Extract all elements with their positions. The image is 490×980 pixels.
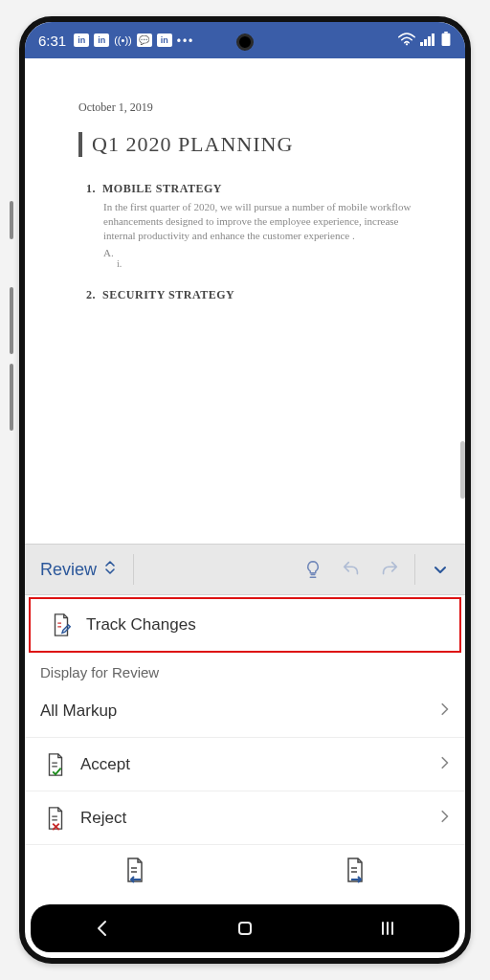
- review-panel: Track Changes Display for Review All Mar…: [25, 595, 465, 899]
- status-app-icons: in in ((•)) 💬 in: [74, 33, 194, 48]
- more-notifications-icon: [177, 33, 195, 48]
- track-changes-row[interactable]: Track Changes: [29, 597, 461, 653]
- section-heading: MOBILE STRATEGY: [102, 182, 222, 195]
- document-title: Q1 2020 PLANNING: [78, 132, 427, 157]
- all-markup-label: All Markup: [40, 702, 438, 721]
- undo-button[interactable]: [332, 550, 370, 589]
- linkedin-icon: in: [74, 33, 89, 47]
- section: 1. MOBILE STRATEGY In the first quarter …: [86, 182, 427, 269]
- section-subsub: i.: [117, 258, 427, 269]
- section-sub: A.: [103, 247, 427, 258]
- divider: [414, 554, 415, 585]
- track-changes-icon: [46, 612, 77, 637]
- chevron-right-icon: [438, 702, 450, 721]
- tell-me-button[interactable]: [294, 550, 332, 589]
- svg-point-0: [406, 43, 408, 45]
- document-date: October 1, 2019: [78, 100, 427, 115]
- section-number: 2.: [86, 288, 96, 301]
- svg-rect-5: [442, 33, 451, 45]
- phone-side-button: [10, 201, 13, 239]
- android-nav-bar: [31, 904, 459, 952]
- wifi-icon: [398, 33, 415, 49]
- track-changes-label: Track Changes: [86, 615, 444, 635]
- signal-icon: [420, 33, 435, 49]
- messages-icon: 💬: [137, 33, 152, 47]
- svg-rect-4: [432, 33, 434, 46]
- phone-side-button: [10, 364, 13, 431]
- phone-frame: 6:31 in in ((•)) 💬 in: [19, 16, 471, 964]
- section-body: In the first quarter of 2020, we will pu…: [103, 200, 427, 243]
- ribbon-tab-selector[interactable]: Review: [31, 554, 127, 586]
- hotspot-icon: ((•)): [114, 34, 132, 46]
- svg-rect-2: [424, 39, 427, 46]
- svg-rect-1: [420, 42, 423, 46]
- change-nav-row: [25, 845, 465, 899]
- status-system-icons: [398, 32, 452, 50]
- display-for-review-label: Display for Review: [25, 655, 465, 684]
- reject-row[interactable]: Reject: [25, 791, 465, 845]
- linkedin-icon: in: [157, 33, 172, 47]
- collapse-ribbon-button[interactable]: [421, 550, 459, 589]
- section-heading: SECURITY STRATEGY: [102, 288, 234, 301]
- chevron-right-icon: [438, 809, 450, 828]
- reject-icon: [40, 806, 71, 831]
- section-number: 1.: [86, 182, 96, 195]
- camera-hole: [236, 33, 254, 51]
- redo-button[interactable]: [370, 550, 409, 589]
- scroll-indicator[interactable]: [460, 441, 465, 499]
- recents-button[interactable]: [359, 919, 416, 938]
- previous-change-button[interactable]: [122, 857, 147, 887]
- back-button[interactable]: [74, 919, 131, 938]
- divider: [133, 554, 134, 585]
- section: 2. SECURITY STRATEGY: [86, 288, 427, 302]
- accept-icon: [40, 752, 71, 777]
- all-markup-row[interactable]: All Markup: [25, 684, 465, 738]
- battery-icon: [440, 32, 452, 50]
- reject-label: Reject: [80, 809, 438, 828]
- clock: 6:31: [38, 33, 66, 49]
- accept-label: Accept: [80, 755, 438, 774]
- ribbon-tab-label: Review: [40, 560, 97, 580]
- svg-rect-7: [239, 923, 251, 934]
- svg-rect-3: [428, 36, 431, 46]
- phone-side-button: [10, 287, 13, 354]
- chevron-updown-icon: [102, 560, 118, 580]
- accept-row[interactable]: Accept: [25, 738, 465, 791]
- home-button[interactable]: [216, 919, 274, 938]
- ribbon-toolbar: Review: [25, 544, 465, 595]
- linkedin-icon: in: [94, 33, 109, 47]
- chevron-right-icon: [438, 755, 450, 774]
- document-canvas[interactable]: October 1, 2019 Q1 2020 PLANNING 1. MOBI…: [25, 58, 465, 544]
- next-change-button[interactable]: [343, 857, 368, 887]
- svg-rect-6: [444, 32, 448, 33]
